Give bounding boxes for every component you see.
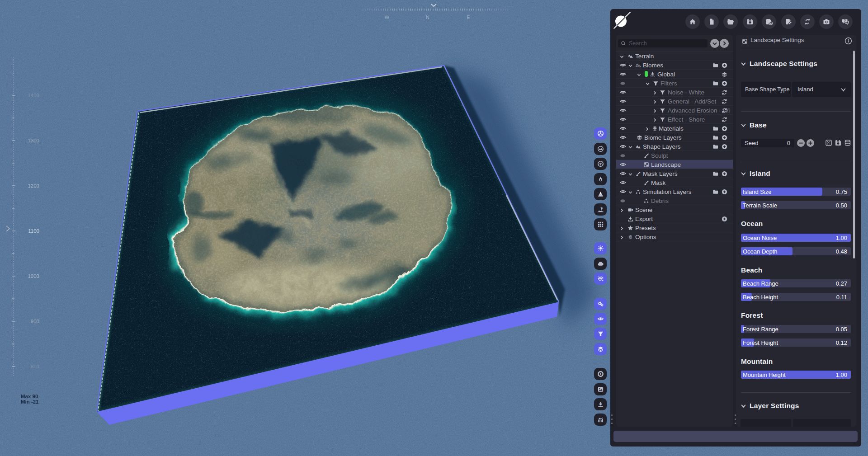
- svg-text:1200: 1200: [28, 183, 39, 188]
- svg-text:1100: 1100: [28, 228, 39, 234]
- svg-text:?: ?: [844, 19, 846, 23]
- svg-text:1300: 1300: [28, 138, 39, 143]
- svg-text:1400: 1400: [28, 93, 39, 98]
- svg-text:900: 900: [31, 319, 39, 324]
- svg-text:Max 90: Max 90: [21, 394, 38, 399]
- svg-text:N: N: [426, 14, 429, 20]
- svg-text:1000: 1000: [28, 273, 39, 279]
- svg-text:800: 800: [31, 364, 39, 369]
- svg-text:E: E: [467, 14, 470, 20]
- svg-text:W: W: [385, 14, 390, 20]
- svg-text:Min -21: Min -21: [21, 399, 39, 404]
